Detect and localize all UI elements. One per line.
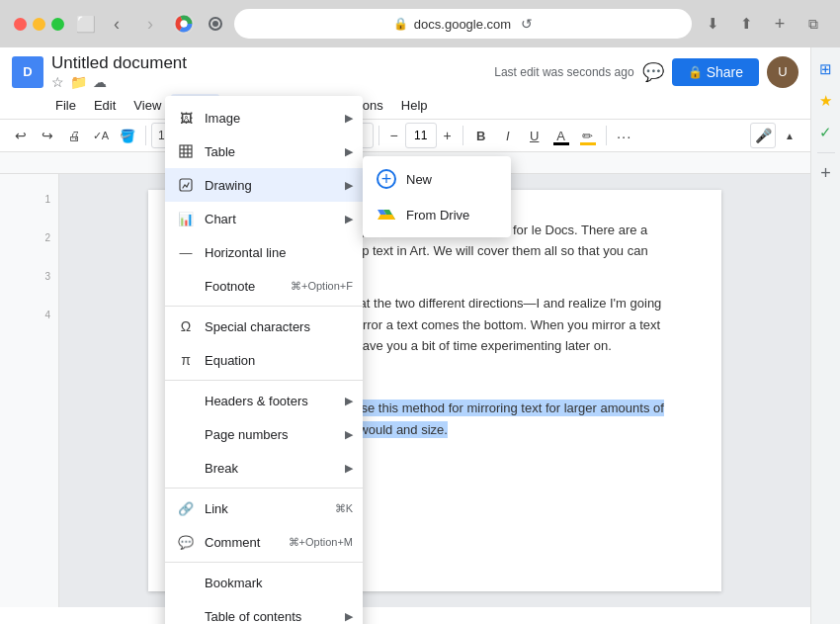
bold-button[interactable]: B [468,123,494,148]
svg-point-4 [181,21,188,28]
link-label: Link [205,501,335,516]
menu-item-break[interactable]: Break ▶ [165,451,363,485]
comment-shortcut: ⌘+Option+M [289,536,353,549]
keep-panel-button[interactable]: ★ [814,89,838,113]
share-label: Share [707,64,743,80]
menu-help[interactable]: Help [393,94,436,117]
menu-item-table[interactable]: Table ▶ [165,134,363,168]
table-menu-arrow: ▶ [345,145,353,158]
print-button[interactable]: 🖨 [61,123,87,148]
menu-item-special-characters[interactable]: Ω Special characters [165,310,363,343]
explore-panel-button[interactable]: ⊞ [814,57,838,81]
break-icon [175,457,197,479]
folder-icon[interactable]: 📁 [70,74,87,90]
menu-item-page-numbers[interactable]: Page numbers ▶ [165,417,363,451]
window-icon: ⬜ [76,15,96,34]
docs-titlebar: D Untitled document ☆ 📁 ☁ Last edit was … [0,47,810,92]
more-options-button[interactable]: ··· [612,123,637,148]
toc-icon [175,605,197,624]
italic-button[interactable]: I [495,123,521,148]
docs-app: D Untitled document ☆ 📁 ☁ Last edit was … [0,47,810,624]
menu-item-headers-footers[interactable]: Headers & footers ▶ [165,384,363,417]
footnote-label: Footnote [205,279,291,294]
menu-item-image[interactable]: 🖼 Image ▶ [165,101,363,134]
forward-button[interactable]: › [137,11,163,37]
voice-input-button[interactable]: 🎤 [750,123,776,148]
cloud-icon[interactable]: ☁ [93,74,107,90]
table-menu-label: Table [205,144,345,159]
right-panel: ⊞ ★ ✓ + [810,47,840,624]
toolbar-collapse-button[interactable]: ▲ [777,123,802,148]
paintformat-button[interactable]: 🪣 [115,123,140,148]
menu-item-table-of-contents[interactable]: Table of contents ▶ [165,599,363,624]
tasks-panel-button[interactable]: ✓ [814,121,838,144]
headers-footers-label: Headers & footers [205,394,345,408]
menu-edit[interactable]: Edit [86,94,124,117]
avatar[interactable]: U [767,56,798,88]
minimize-button[interactable] [33,18,45,31]
page-numbers-arrow: ▶ [345,428,353,441]
chart-menu-label: Chart [205,212,345,226]
drive-icon [377,205,396,224]
menu-item-bookmark[interactable]: Bookmark [165,566,363,599]
highlight-button[interactable]: ✏ [575,123,601,148]
font-size-increase[interactable]: + [438,123,458,148]
menu-item-chart[interactable]: 📊 Chart ▶ [165,202,363,235]
star-icon[interactable]: ☆ [51,74,64,90]
from-drive-label: From Drive [406,208,469,223]
drawing-from-drive-item[interactable]: From Drive [363,197,511,232]
copy-window-button[interactable]: ⧉ [800,11,826,37]
menu-file[interactable]: File [47,94,84,117]
drawing-menu-arrow: ▶ [345,179,353,192]
menu-item-footnote[interactable]: Footnote ⌘+Option+F [165,269,363,303]
insert-menu: 🖼 Image ▶ Table ▶ Drawing ▶ 📊 Chart ▶ [165,96,363,624]
font-size-decrease[interactable]: − [384,123,404,148]
upload-button[interactable]: ⬆ [733,11,759,37]
panel-divider [817,152,835,153]
bookmark-icon [175,572,197,593]
omnibar[interactable]: 🔒 docs.google.com ↺ [234,9,692,39]
menu-item-comment[interactable]: 💬 Comment ⌘+Option+M [165,525,363,559]
menu-separator-1 [165,306,363,307]
image-menu-arrow: ▶ [345,112,353,125]
table-menu-icon [175,140,197,162]
close-button[interactable] [14,18,27,31]
special-chars-icon: Ω [175,315,197,337]
undo-button[interactable]: ↩ [8,123,34,148]
underline-button[interactable]: U [522,123,547,148]
menu-item-horizontal-line[interactable]: — Horizontal line [165,235,363,269]
docs-app-icon: D [12,56,43,88]
chat-button[interactable]: 💬 [642,61,664,83]
text-color-button[interactable]: A [548,123,574,148]
font-size-value[interactable]: 11 [405,123,437,148]
toolbar-separator-6 [606,126,607,145]
reload-icon: ↺ [521,16,533,32]
back-button[interactable]: ‹ [104,11,129,37]
comment-icon: 💬 [175,531,197,553]
page-numbers-label: Page numbers [205,427,345,442]
new-label: New [406,172,432,187]
share-lock-icon: 🔒 [688,65,703,79]
toolbar-separator-1 [145,126,146,145]
drawing-new-item[interactable]: + New [363,161,511,197]
toolbar-separator-4 [378,126,379,145]
redo-button[interactable]: ↪ [35,123,60,148]
document-title[interactable]: Untitled document [51,53,486,73]
menu-item-equation[interactable]: π Equation [165,343,363,377]
footnote-shortcut: ⌘+Option+F [291,280,353,293]
equation-label: Equation [205,353,353,368]
drawing-menu-label: Drawing [205,178,345,193]
menu-item-link[interactable]: 🔗 Link ⌘K [165,491,363,525]
spellcheck-button[interactable]: ✓A [88,123,114,148]
share-button[interactable]: 🔒 Share [672,58,759,86]
maximize-button[interactable] [51,18,64,31]
menu-view[interactable]: View [126,94,169,117]
link-shortcut: ⌘K [335,502,353,515]
add-panel-button[interactable]: + [814,161,838,185]
download-button[interactable]: ⬇ [700,11,725,37]
menu-separator-3 [165,488,363,489]
new-tab-button[interactable]: + [767,11,793,37]
menu-item-drawing[interactable]: Drawing ▶ [165,168,363,202]
image-menu-label: Image [205,111,345,126]
drawing-submenu: + New From Drive [363,156,511,237]
